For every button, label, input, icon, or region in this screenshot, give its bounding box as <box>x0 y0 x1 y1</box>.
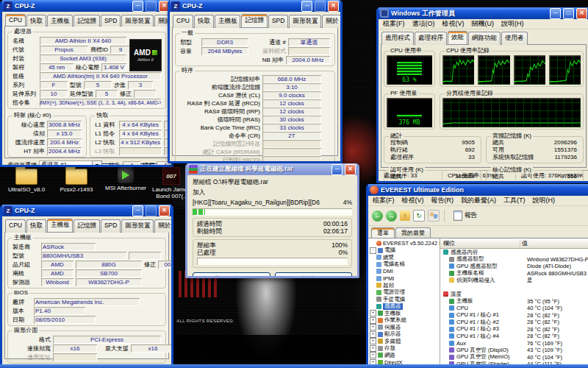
back-button[interactable]: ← <box>372 210 383 222</box>
column-value[interactable]: 值 <box>520 239 588 247</box>
expand-toggle[interactable]: + <box>370 310 376 316</box>
processor-select-dropdown[interactable]: 處理器 #1▼ <box>39 160 102 168</box>
menu-help[interactable]: 說明(H) <box>498 19 528 29</box>
expand-toggle[interactable]: + <box>370 317 376 324</box>
tab-cache[interactable]: 快取 <box>26 219 46 233</box>
menu-tools[interactable]: 工具(T) <box>500 196 529 205</box>
minimize-button[interactable]: ─ <box>550 8 561 19</box>
tab-cache[interactable]: 快取 <box>194 15 214 28</box>
tree-item[interactable]: 電腦名稱 <box>383 261 405 269</box>
tab-memory[interactable]: 記憶體 <box>241 14 268 27</box>
tab-cache[interactable]: 快取 <box>26 15 46 26</box>
background-button[interactable]: 背景作業(B) <box>193 272 270 278</box>
users-button[interactable] <box>428 210 440 222</box>
tree-item[interactable]: 多媒體 <box>384 338 401 345</box>
taskmgr-titlebar[interactable]: Windows 工作管理員 ─ □ ✕ <box>379 7 588 19</box>
tree-item-selected[interactable]: 感應器 <box>383 303 403 311</box>
refresh-button[interactable]: ↻ <box>413 210 425 222</box>
tab-graphics[interactable]: 圖形裝置 <box>121 15 154 26</box>
tab-menu[interactable]: 選單 <box>371 227 395 238</box>
tab-memory[interactable]: 記憶體 <box>74 219 100 233</box>
desktop-icon-ultraiso[interactable]: UltraISO_v8.0 <box>3 167 50 193</box>
tree-item[interactable]: 電源管理 <box>383 289 405 297</box>
menu-options[interactable]: 選項(O) <box>409 19 439 29</box>
winrar-titlebar[interactable]: 正在建立壓縮檔 科學超電磁砲.rar ─ ✕ <box>187 163 357 175</box>
expand-toggle[interactable]: + <box>370 352 376 358</box>
tab-mainboard[interactable]: 主機板 <box>47 219 74 232</box>
cpuz-titlebar[interactable]: Z CPU-Z ─ □ ✕ <box>2 0 171 12</box>
tab-users[interactable]: 使用者 <box>501 32 528 45</box>
tab-spd[interactable]: SPD <box>268 15 288 28</box>
column-field[interactable]: 欄位 <box>440 239 520 247</box>
tab-about[interactable]: 關於 <box>154 219 173 233</box>
tab-memory[interactable]: 記憶體 <box>74 15 100 26</box>
tab-mainboard[interactable]: 主機板 <box>215 15 241 28</box>
maximize-button[interactable]: □ <box>315 1 326 12</box>
expand-toggle[interactable]: + <box>370 345 376 352</box>
tree-item[interactable]: 作業系統 <box>384 317 406 325</box>
menu-help[interactable]: 說明(H) <box>529 196 559 205</box>
tab-graphics[interactable]: 圖形裝置 <box>121 219 154 233</box>
tree-item[interactable]: 網路 <box>384 352 395 359</box>
tab-cpu[interactable]: CPU <box>5 219 26 233</box>
tab-performance[interactable]: 效能 <box>448 31 467 44</box>
up-button[interactable]: ↑ <box>400 210 410 221</box>
tree-item[interactable]: IPMI <box>383 275 394 282</box>
tree-item[interactable]: 超頻 <box>383 282 394 289</box>
minimize-button[interactable]: ─ <box>301 1 312 12</box>
menu-view[interactable]: 檢視(V) <box>439 19 468 29</box>
tab-networking[interactable]: 網路功能 <box>468 32 501 45</box>
maximize-button[interactable]: □ <box>146 205 157 216</box>
collapse-toggle[interactable]: - <box>370 247 376 254</box>
maximize-button[interactable]: □ <box>146 1 157 12</box>
everest-navigation-tree[interactable]: EVEREST v5.50.2242 Beta -電腦 總覽 電腦名稱 DMI … <box>368 238 440 368</box>
tab-cpu[interactable]: CPU <box>173 15 193 28</box>
close-button[interactable]: ✕ <box>576 8 587 19</box>
tab-about[interactable]: 關於 <box>322 15 342 28</box>
tree-item[interactable]: 電腦 <box>384 247 395 255</box>
cpuz-titlebar[interactable]: Z CPU-Z ─ □ ✕ <box>2 205 171 216</box>
desktop-icon-pcsx2[interactable]: Pcsx2-r1493 <box>53 167 100 193</box>
report-button[interactable]: 報告 <box>449 209 481 222</box>
tree-item[interactable]: 主機板 <box>384 310 401 317</box>
expand-toggle[interactable]: + <box>370 324 376 330</box>
menu-favorites[interactable]: 我的最愛(A) <box>457 196 500 205</box>
forward-button[interactable]: → <box>386 210 397 222</box>
minimize-button[interactable]: ─ <box>132 1 143 12</box>
minimize-button[interactable]: ─ <box>132 205 143 216</box>
everest-titlebar[interactable]: EVEREST Ultimate Edition <box>368 184 588 196</box>
tree-item[interactable]: 存放 <box>384 345 395 353</box>
tree-item[interactable]: 手提電腦 <box>383 296 405 303</box>
close-button[interactable]: ✕ <box>159 205 170 216</box>
tree-item[interactable]: EVEREST v5.50.2242 Beta <box>383 240 440 247</box>
list-header[interactable]: 欄位 值 <box>440 238 588 249</box>
expand-toggle[interactable]: + <box>370 331 376 338</box>
cpuz-titlebar[interactable]: Z CPU-Z ─ □ ✕ <box>170 0 340 12</box>
tab-spd[interactable]: SPD <box>101 219 121 233</box>
menu-view[interactable]: 檢視(V) <box>398 196 428 205</box>
expand-toggle[interactable]: + <box>370 338 376 344</box>
tab-favorites[interactable]: 我的最愛 <box>395 227 431 238</box>
tab-mainboard[interactable]: 主機板 <box>47 15 74 26</box>
tree-item[interactable]: 伺服器 <box>384 324 401 331</box>
tab-graphics[interactable]: 圖形裝置 <box>289 15 321 28</box>
tab-applications[interactable]: 應用程式 <box>381 32 414 45</box>
tree-item[interactable]: 總覽 <box>383 254 394 261</box>
tab-cpu[interactable]: CPU <box>5 14 26 26</box>
menu-report[interactable]: 報告(R) <box>428 196 458 205</box>
minimize-button[interactable]: ─ <box>331 164 343 175</box>
maximize-button[interactable]: □ <box>563 8 574 19</box>
desktop-icon-msi-afterburner[interactable]: MSI Afterburner <box>104 166 147 191</box>
menu-file[interactable]: 檔案(F) <box>379 19 409 29</box>
tab-processes[interactable]: 處理程序 <box>415 32 447 45</box>
pause-button[interactable]: 暫停(P) <box>275 272 353 278</box>
tree-item[interactable]: DMI <box>383 268 393 275</box>
close-button[interactable]: ✕ <box>345 164 356 175</box>
close-button[interactable]: ✕ <box>328 1 339 12</box>
menu-file[interactable]: 檔案(F) <box>369 196 398 205</box>
menu-shutdown[interactable]: 關機(U) <box>468 19 498 29</box>
everest-detail-list[interactable]: 欄位 值 感應器內容 感應器類型Winbond W83627DHG-P (ISA… <box>440 238 588 368</box>
tree-item[interactable]: 顯示器 <box>384 331 401 339</box>
tab-spd[interactable]: SPD <box>101 15 121 26</box>
taskbar[interactable] <box>0 364 588 368</box>
